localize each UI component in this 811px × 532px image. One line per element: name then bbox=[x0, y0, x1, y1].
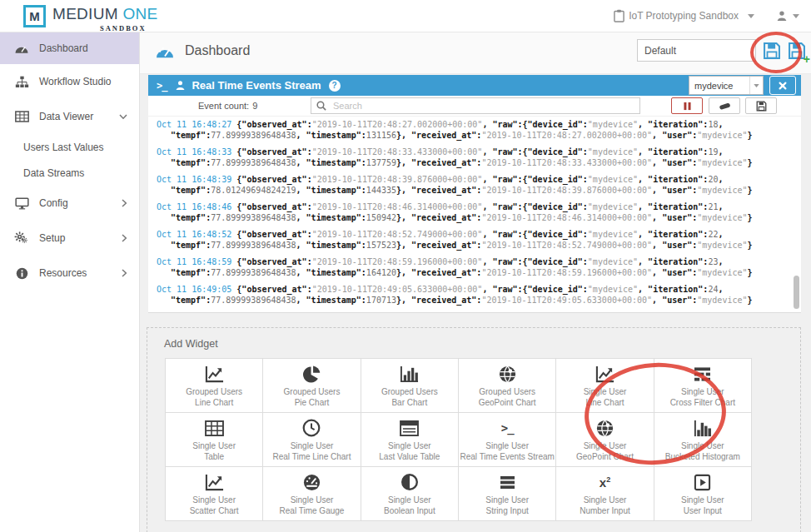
user-icon bbox=[175, 80, 186, 91]
widget-type-group-label: Single User bbox=[485, 495, 529, 505]
sidebar-item-label: Config bbox=[39, 197, 122, 209]
widget-type-real-time-line-chart[interactable]: Single UserReal Time Line Chart bbox=[263, 413, 361, 467]
sidebar-item-users-last-values[interactable]: Users Last Values bbox=[0, 134, 139, 160]
save-dashboard-button[interactable] bbox=[763, 42, 781, 60]
cross-filter-chart-icon bbox=[693, 363, 712, 385]
widget-type-line-chart[interactable]: Grouped UsersLine Chart bbox=[166, 359, 263, 413]
widget-type-group-label: Grouped Users bbox=[381, 386, 438, 397]
widget-type-bucketed-histogram[interactable]: Single UserBucketed Histogram bbox=[654, 413, 752, 467]
widget-type-real-time-gauge[interactable]: Single UserReal Time Gauge bbox=[263, 467, 361, 521]
widget-type-group-label: Single User bbox=[388, 495, 431, 505]
widget-type-name-label: Number Input bbox=[580, 505, 630, 516]
widget-type-group-label: Single User bbox=[584, 495, 627, 505]
log-entry: Oct 11 16:48:52 {"observed_at":"2019-10-… bbox=[157, 229, 781, 251]
widget-type-geopoint-chart[interactable]: Single UserGeoPoint Chart bbox=[556, 413, 654, 467]
widget-type-name-label: Real Time Events Stream bbox=[460, 451, 554, 462]
chevron-right-icon bbox=[122, 234, 127, 242]
page-header: Dashboard Default + bbox=[140, 32, 811, 74]
widget-type-group-label: Single User bbox=[681, 440, 724, 451]
scrollbar-thumb[interactable] bbox=[794, 276, 799, 309]
bar-chart-icon bbox=[399, 363, 420, 385]
widget-type-group-label: Single User bbox=[584, 440, 627, 451]
sidebar-item-data-streams[interactable]: Data Streams bbox=[0, 160, 139, 186]
workspace-caret-down-icon[interactable] bbox=[748, 14, 754, 18]
close-widget-button[interactable] bbox=[769, 76, 796, 95]
play-square-icon bbox=[694, 471, 711, 493]
widget-type-name-label: GeoPoint Chart bbox=[576, 451, 634, 462]
save-as-new-dashboard-button[interactable]: + bbox=[788, 42, 806, 60]
histogram-icon bbox=[693, 417, 712, 439]
workspace-selector[interactable]: IoT Prototyping Sandbox bbox=[629, 10, 739, 22]
widget-type-bar-chart[interactable]: Grouped UsersBar Chart bbox=[361, 359, 459, 413]
event-count-label: Event count: bbox=[198, 101, 249, 111]
widget-type-name-label: Bar Chart bbox=[391, 397, 427, 408]
sidebar-item-workflow-studio[interactable]: Workflow Studio bbox=[0, 64, 139, 99]
line-chart-icon bbox=[204, 363, 225, 385]
sidebar-item-setup[interactable]: Setup bbox=[0, 221, 139, 256]
log-entry: Oct 11 16:48:39 {"observed_at":"2019-10-… bbox=[157, 174, 781, 196]
sidebar-item-label: Data Viewer bbox=[39, 111, 119, 122]
info-icon bbox=[13, 267, 30, 280]
widget-type-group-label: Single User bbox=[681, 495, 724, 505]
search-input[interactable] bbox=[331, 100, 634, 112]
clear-stream-button[interactable] bbox=[709, 97, 740, 114]
widget-type-grid: Grouped UsersLine ChartGrouped UsersPie … bbox=[165, 358, 752, 521]
logo-sandbox-text: SANDBOX bbox=[100, 24, 147, 32]
widget-type-pie-chart[interactable]: Grouped UsersPie Chart bbox=[263, 359, 361, 413]
widget-type-geopoint-chart[interactable]: Grouped UsersGeoPoint Chart bbox=[459, 359, 556, 413]
sidebar-item-dashboard[interactable]: Dashboard bbox=[0, 32, 139, 64]
sidebar-item-resources[interactable]: Resources bbox=[0, 256, 139, 291]
sidebar-item-label: Data Streams bbox=[23, 167, 84, 179]
sidebar-item-config[interactable]: Config bbox=[0, 186, 139, 221]
events-log: Oct 11 16:48:27 {"observed_at":"2019-10-… bbox=[148, 117, 801, 313]
sidebar-item-data-viewer[interactable]: Data Viewer bbox=[0, 99, 139, 134]
logo-medium-text: MEDIUM bbox=[52, 5, 118, 22]
widget-type-string-input[interactable]: Single UserString Input bbox=[459, 467, 556, 521]
widget-type-group-label: Single User bbox=[485, 440, 529, 451]
widget-type-group-label: Single User bbox=[291, 440, 334, 451]
plus-icon: + bbox=[804, 55, 810, 63]
pause-stream-button[interactable] bbox=[671, 97, 703, 114]
widget-type-name-label: Cross Filter Chart bbox=[670, 397, 735, 408]
user-menu[interactable] bbox=[776, 10, 799, 22]
widget-type-table[interactable]: Single UserTable bbox=[166, 413, 263, 467]
sidebar-item-label: Dashboard bbox=[39, 42, 127, 54]
main-content: Dashboard Default + >_ Real Time Events … bbox=[140, 32, 811, 532]
widget-type-group-label: Single User bbox=[192, 440, 236, 451]
widget-type-user-input[interactable]: Single UserUser Input bbox=[654, 467, 752, 521]
floppy-icon bbox=[756, 101, 767, 112]
widget-type-last-value-table[interactable]: Single UserLast Value Table bbox=[361, 413, 459, 467]
widget-type-name-label: User Input bbox=[684, 505, 722, 516]
search-icon bbox=[316, 101, 326, 111]
chevron-right-icon bbox=[122, 269, 127, 277]
widget-type-name-label: Boolean Input bbox=[384, 505, 435, 516]
sidebar-item-label: Setup bbox=[39, 232, 122, 244]
scrollbar-track bbox=[792, 118, 799, 311]
widget-type-name-label: Real Time Line Chart bbox=[273, 451, 351, 462]
chevron-right-icon bbox=[122, 199, 127, 207]
widget-type-number-input[interactable]: x2Single UserNumber Input bbox=[556, 467, 654, 521]
monitor-icon bbox=[13, 197, 30, 210]
x2-icon: x2 bbox=[600, 471, 610, 493]
widget-type-name-label: GeoPoint Chart bbox=[479, 397, 536, 408]
log-entry: Oct 11 16:48:46 {"observed_at":"2019-10-… bbox=[157, 201, 781, 223]
chevron-down-icon bbox=[119, 114, 127, 120]
widget-type-line-chart[interactable]: Single UserLine Chart bbox=[556, 359, 654, 413]
sidebar-item-label: Workflow Studio bbox=[39, 76, 127, 87]
widget-type-scatter-chart[interactable]: Single UserScatter Chart bbox=[166, 467, 263, 521]
add-widget-title: Add Widget bbox=[164, 338, 218, 350]
dashboard-icon bbox=[13, 42, 30, 54]
widget-type-cross-filter-chart[interactable]: Single UserCross Filter Chart bbox=[654, 359, 752, 413]
dashboard-select[interactable]: Default bbox=[637, 39, 756, 62]
logo-m-icon: M bbox=[23, 5, 46, 27]
widget-type-boolean-input[interactable]: Single UserBoolean Input bbox=[361, 467, 459, 521]
save-stream-button[interactable] bbox=[745, 97, 777, 114]
help-icon[interactable]: ? bbox=[329, 80, 341, 92]
widget-toolbar: Event count:9 bbox=[148, 96, 801, 117]
widget-type-group-label: Grouped Users bbox=[284, 386, 341, 397]
geopoint-chart-icon bbox=[498, 363, 517, 385]
device-select[interactable]: mydevice bbox=[689, 76, 764, 95]
widget-type-real-time-events-stream[interactable]: >_Single UserReal Time Events Stream bbox=[459, 413, 556, 467]
widget-type-name-label: Scatter Chart bbox=[190, 505, 239, 516]
table-icon bbox=[13, 111, 30, 122]
